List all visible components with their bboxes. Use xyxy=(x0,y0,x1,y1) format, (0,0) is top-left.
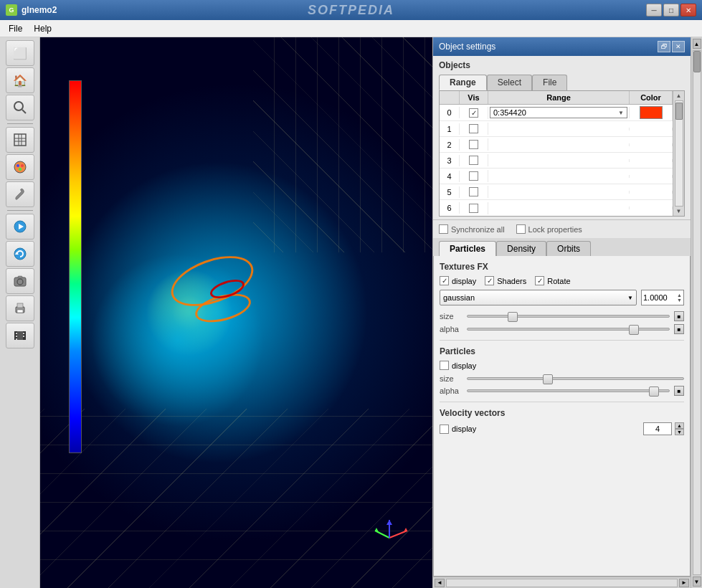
panel-title: Object settings xyxy=(439,42,495,52)
particles-size-row: size xyxy=(440,374,684,383)
scroll-down-arrow[interactable]: ▼ xyxy=(676,208,682,214)
row-6-checkbox[interactable] xyxy=(469,204,478,213)
play-button[interactable] xyxy=(6,214,34,240)
velocity-display-checkbox[interactable] xyxy=(440,425,449,434)
particles-size-track[interactable] xyxy=(467,377,684,380)
particles-display-checkbox[interactable] xyxy=(440,361,449,370)
alpha-slider-end-btn[interactable]: ■ xyxy=(674,324,684,334)
spinner-arrows: ▲ ▼ xyxy=(677,293,682,303)
row-6-vis[interactable] xyxy=(460,202,488,214)
h-scroll-left-button[interactable]: ◄ xyxy=(435,579,445,587)
table-scrollbar[interactable]: ▲ ▼ xyxy=(673,91,684,216)
particles-alpha-thumb[interactable] xyxy=(649,387,659,397)
row-0-color-swatch[interactable] xyxy=(640,106,663,119)
velocity-down-arrow[interactable]: ▼ xyxy=(675,429,684,435)
main-container: ⬜ 🏠 xyxy=(0,37,702,588)
row-1-vis[interactable] xyxy=(460,123,488,135)
film-button[interactable] xyxy=(6,323,34,348)
row-4-vis[interactable] xyxy=(460,170,488,182)
particles-alpha-end-btn[interactable]: ■ xyxy=(674,386,684,396)
row-0-color[interactable] xyxy=(630,105,673,120)
row-0-range-dropdown[interactable]: 0:354420 ▼ xyxy=(490,107,627,118)
table-header: Vis Range Color xyxy=(440,91,684,105)
menu-help[interactable]: Help xyxy=(28,22,57,35)
scroll-up-arrow[interactable]: ▲ xyxy=(676,93,682,99)
menu-file[interactable]: File xyxy=(3,22,28,35)
row-5-vis[interactable] xyxy=(460,186,488,198)
row-4-checkbox[interactable] xyxy=(469,171,478,181)
particles-size-thumb[interactable] xyxy=(543,374,553,384)
tab-orbits[interactable]: Orbits xyxy=(546,241,591,256)
svg-rect-27 xyxy=(23,333,24,334)
tab-select[interactable]: Select xyxy=(487,75,532,90)
tab-range[interactable]: Range xyxy=(439,75,487,90)
row-0-checkbox[interactable] xyxy=(469,108,478,118)
row-2-vis[interactable] xyxy=(460,138,488,151)
viewport[interactable] xyxy=(40,37,432,588)
row-3-vis[interactable] xyxy=(460,154,488,166)
velocity-value-input[interactable]: 4 xyxy=(643,422,672,435)
row-4-id: 4 xyxy=(440,171,460,182)
wrench-button[interactable] xyxy=(6,181,34,207)
row-1-range xyxy=(488,128,630,131)
camera-button[interactable] xyxy=(6,268,34,294)
app-icon: G xyxy=(6,4,17,16)
window-close-button[interactable]: ✕ xyxy=(680,4,696,16)
textures-shaders-checkbox[interactable] xyxy=(485,276,494,285)
row-0-vis[interactable] xyxy=(460,107,488,119)
alpha-slider-track[interactable] xyxy=(467,328,670,331)
row-6-range xyxy=(488,207,630,209)
v-scroll-thumb[interactable] xyxy=(693,51,701,72)
texture-type-select[interactable]: gaussian ▼ xyxy=(440,290,637,305)
row-2-checkbox[interactable] xyxy=(469,140,478,149)
row-6-color xyxy=(630,207,673,209)
v-scroll-down-button[interactable]: ▼ xyxy=(693,577,701,587)
particles-display-check: display xyxy=(440,361,476,370)
size-slider-thumb[interactable] xyxy=(508,312,518,322)
scroll-thumb[interactable] xyxy=(675,103,683,120)
size-slider-track[interactable] xyxy=(467,315,670,318)
maximize-button[interactable]: □ xyxy=(663,4,679,16)
row-5-id: 5 xyxy=(440,186,460,198)
tab-file[interactable]: File xyxy=(532,75,567,90)
table-row: 0 0:354420 ▼ xyxy=(440,105,684,121)
select-tool-button[interactable]: ⬜ xyxy=(6,40,34,66)
minimize-button[interactable]: ─ xyxy=(646,4,662,16)
spinner-down[interactable]: ▼ xyxy=(677,298,682,303)
spinner-up[interactable]: ▲ xyxy=(677,293,682,298)
textures-rotate-label: Rotate xyxy=(547,277,570,285)
grid-button[interactable] xyxy=(6,127,34,153)
alpha-slider-thumb[interactable] xyxy=(629,325,639,335)
tab-particles[interactable]: Particles xyxy=(439,241,496,256)
v-scroll-up-button[interactable]: ▲ xyxy=(693,39,701,49)
row-5-checkbox[interactable] xyxy=(469,187,478,196)
velocity-up-arrow[interactable]: ▲ xyxy=(675,422,684,429)
lock-props-checkbox[interactable] xyxy=(516,224,526,234)
color-button[interactable] xyxy=(6,154,34,180)
replay-button[interactable] xyxy=(6,241,34,267)
row-1-id: 1 xyxy=(440,123,460,135)
home-button[interactable]: 🏠 xyxy=(6,67,34,93)
textures-display-checkbox[interactable] xyxy=(440,276,449,285)
toolbar-separator-2 xyxy=(7,210,33,211)
textures-rotate-checkbox[interactable] xyxy=(535,276,544,285)
alpha-label: alpha xyxy=(440,325,463,333)
size-slider-end-btn[interactable]: ■ xyxy=(674,311,684,321)
rotate-check-label: Rotate xyxy=(535,276,570,285)
properties-panel: Textures FX display Shaders Rotate xyxy=(433,256,691,577)
print-button[interactable] xyxy=(6,295,34,321)
particles-alpha-track[interactable] xyxy=(467,389,670,392)
panel-close-button[interactable]: ✕ xyxy=(672,41,685,52)
zoom-button[interactable] xyxy=(6,95,34,120)
row-0-range[interactable]: 0:354420 ▼ xyxy=(488,107,630,118)
h-scroll-track[interactable] xyxy=(446,579,678,587)
sync-all-checkbox[interactable] xyxy=(439,224,448,234)
panel-restore-button[interactable]: 🗗 xyxy=(658,41,670,52)
row-1-checkbox[interactable] xyxy=(469,124,478,133)
spinner-input[interactable]: 1.0000 ▲ ▼ xyxy=(641,290,684,305)
tab-density[interactable]: Density xyxy=(496,241,546,256)
row-0-range-arrow[interactable]: ▼ xyxy=(618,110,624,116)
row-3-checkbox[interactable] xyxy=(469,156,478,165)
h-scroll-right-button[interactable]: ► xyxy=(679,579,689,587)
panel-header-controls: 🗗 ✕ xyxy=(658,41,685,52)
